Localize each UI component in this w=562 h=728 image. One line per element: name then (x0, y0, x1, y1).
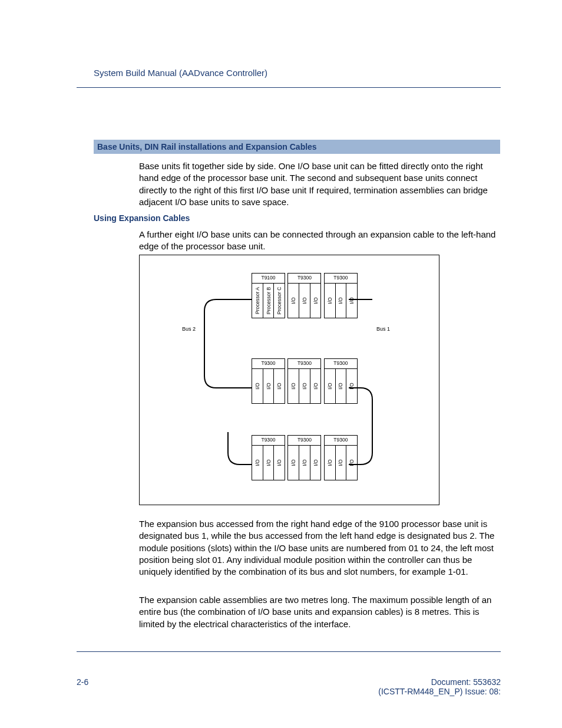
paragraph-intro: Base units fit together side by side. On… (139, 160, 495, 208)
document-id: Document: 553632 (ICSTT-RM448_EN_P) Issu… (378, 677, 501, 696)
bus2-label: Bus 2 (182, 326, 196, 332)
unit-t9300: T9300 I/O I/O I/O (324, 435, 358, 480)
slot-io: I/O (252, 369, 263, 403)
paragraph-expansion-intro: A further eight I/O base units can be co… (139, 229, 500, 253)
slot-io: I/O (288, 369, 299, 403)
slot-io: I/O (325, 284, 336, 318)
unit-title: T9300 (287, 273, 321, 283)
unit-title: T9300 (287, 435, 321, 445)
unit-t9300: T9300 I/O I/O I/O (287, 358, 321, 404)
slot-processor-a: Processor A (252, 284, 263, 318)
slot-io: I/O (263, 369, 275, 403)
slot-processor-b: Processor B (263, 284, 275, 318)
subheading-expansion-cables: Using Expansion Cables (94, 213, 190, 223)
page-header: System Build Manual (AADvance Controller… (94, 68, 267, 78)
slot-io: I/O (310, 369, 321, 403)
unit-title: T9100 (252, 273, 285, 283)
unit-t9300: T9300 I/O I/O I/O (252, 435, 285, 480)
slot-io: I/O (274, 446, 285, 480)
unit-title: T9300 (252, 358, 285, 368)
unit-title: T9300 (252, 435, 285, 445)
slot-io: I/O (310, 284, 321, 318)
unit-title: T9300 (324, 435, 358, 445)
unit-t9300: T9300 I/O I/O I/O (324, 358, 358, 404)
unit-t9300: T9300 I/O I/O I/O (324, 273, 358, 318)
slot-io: I/O (299, 446, 310, 480)
slot-io: I/O (310, 446, 321, 480)
section-heading: Base Units, DIN Rail installations and E… (94, 140, 500, 154)
slot-processor-c: Processor C (274, 284, 285, 318)
slot-io: I/O (325, 446, 336, 480)
unit-t9300: T9300 I/O I/O I/O (252, 358, 285, 404)
unit-t9300: T9300 I/O I/O I/O (287, 435, 321, 480)
paragraph-cable-length: The expansion cable assemblies are two m… (139, 594, 498, 630)
page: System Build Manual (AADvance Controller… (0, 0, 562, 728)
slot-io: I/O (252, 446, 263, 480)
footer-rule (77, 651, 501, 652)
slot-io: I/O (336, 446, 347, 480)
unit-title: T9300 (287, 358, 321, 368)
unit-title: T9300 (324, 273, 358, 283)
unit-t9300: T9300 I/O I/O I/O (287, 273, 321, 318)
page-number: 2-6 (77, 677, 88, 687)
figure-base-units: Bus 2 Bus 1 T9100 Processor A Processor … (139, 255, 439, 505)
unit-title: T9300 (324, 358, 358, 368)
slot-io: I/O (346, 284, 357, 318)
header-rule (77, 87, 501, 88)
slot-io: I/O (346, 369, 357, 403)
slot-io: I/O (336, 284, 347, 318)
slot-io: I/O (299, 369, 310, 403)
slot-io: I/O (299, 284, 310, 318)
unit-t9100: T9100 Processor A Processor B Processor … (252, 273, 285, 318)
slot-io: I/O (263, 446, 275, 480)
slot-io: I/O (336, 369, 347, 403)
slot-io: I/O (346, 446, 357, 480)
bus1-label: Bus 1 (376, 326, 390, 332)
paragraph-bus-designation: The expansion bus accessed from the righ… (139, 518, 498, 578)
slot-io: I/O (288, 284, 299, 318)
slot-io: I/O (288, 446, 299, 480)
slot-io: I/O (274, 369, 285, 403)
slot-io: I/O (325, 369, 336, 403)
